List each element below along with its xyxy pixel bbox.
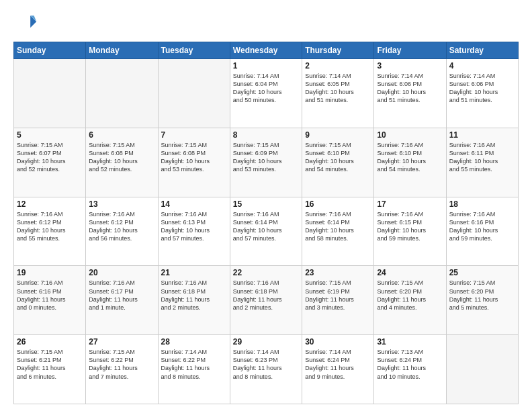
day-info: Sunrise: 7:16 AM Sunset: 6:16 PM Dayligh… [449, 210, 515, 243]
calendar-cell: 7Sunrise: 7:15 AM Sunset: 6:08 PM Daylig… [158, 128, 230, 197]
logo-icon [13, 11, 38, 35]
day-info: Sunrise: 7:15 AM Sunset: 6:07 PM Dayligh… [17, 141, 83, 174]
calendar-cell: 27Sunrise: 7:15 AM Sunset: 6:22 PM Dayli… [86, 335, 158, 404]
weekday-header: Sunday [14, 42, 86, 59]
calendar-cell: 10Sunrise: 7:16 AM Sunset: 6:10 PM Dayli… [374, 128, 446, 197]
day-number: 24 [377, 268, 443, 277]
day-number: 13 [89, 199, 154, 209]
calendar-week-row: 5Sunrise: 7:15 AM Sunset: 6:07 PM Daylig… [14, 128, 519, 197]
day-number: 28 [161, 337, 227, 347]
day-number: 16 [305, 199, 371, 209]
weekday-header: Tuesday [158, 42, 230, 59]
day-number: 21 [161, 268, 227, 277]
page-header [13, 11, 519, 35]
day-number: 31 [377, 337, 443, 347]
calendar-cell: 26Sunrise: 7:15 AM Sunset: 6:21 PM Dayli… [14, 335, 86, 404]
day-info: Sunrise: 7:14 AM Sunset: 6:06 PM Dayligh… [377, 72, 443, 105]
day-info: Sunrise: 7:16 AM Sunset: 6:12 PM Dayligh… [17, 210, 83, 243]
day-info: Sunrise: 7:14 AM Sunset: 6:05 PM Dayligh… [305, 72, 371, 105]
calendar-cell: 3Sunrise: 7:14 AM Sunset: 6:06 PM Daylig… [374, 59, 446, 128]
calendar-cell: 2Sunrise: 7:14 AM Sunset: 6:05 PM Daylig… [302, 59, 374, 128]
weekday-header: Saturday [446, 42, 518, 59]
day-info: Sunrise: 7:14 AM Sunset: 6:24 PM Dayligh… [305, 348, 371, 381]
calendar-cell: 25Sunrise: 7:15 AM Sunset: 6:20 PM Dayli… [446, 266, 518, 335]
calendar-cell: 6Sunrise: 7:15 AM Sunset: 6:08 PM Daylig… [86, 128, 158, 197]
day-number: 20 [89, 268, 154, 277]
calendar-cell: 13Sunrise: 7:16 AM Sunset: 6:12 PM Dayli… [86, 197, 158, 266]
calendar-cell: 15Sunrise: 7:16 AM Sunset: 6:14 PM Dayli… [230, 197, 302, 266]
day-number: 19 [17, 268, 83, 277]
calendar-cell: 9Sunrise: 7:15 AM Sunset: 6:10 PM Daylig… [302, 128, 374, 197]
day-number: 12 [17, 199, 83, 209]
calendar-cell [86, 59, 158, 128]
day-number: 4 [449, 61, 515, 71]
day-info: Sunrise: 7:16 AM Sunset: 6:16 PM Dayligh… [17, 279, 83, 312]
day-info: Sunrise: 7:15 AM Sunset: 6:19 PM Dayligh… [305, 279, 371, 312]
calendar-cell: 16Sunrise: 7:16 AM Sunset: 6:14 PM Dayli… [302, 197, 374, 266]
day-info: Sunrise: 7:16 AM Sunset: 6:13 PM Dayligh… [161, 210, 227, 243]
calendar-cell: 14Sunrise: 7:16 AM Sunset: 6:13 PM Dayli… [158, 197, 230, 266]
calendar-cell: 11Sunrise: 7:16 AM Sunset: 6:11 PM Dayli… [446, 128, 518, 197]
day-number: 22 [233, 268, 299, 277]
calendar-header-row: SundayMondayTuesdayWednesdayThursdayFrid… [14, 42, 519, 59]
day-number: 5 [17, 130, 83, 140]
calendar-cell [446, 335, 518, 404]
calendar-cell: 1Sunrise: 7:14 AM Sunset: 6:04 PM Daylig… [230, 59, 302, 128]
day-number: 6 [89, 130, 154, 140]
day-info: Sunrise: 7:14 AM Sunset: 6:22 PM Dayligh… [161, 348, 227, 381]
calendar-table: SundayMondayTuesdayWednesdayThursdayFrid… [13, 42, 519, 404]
weekday-header: Wednesday [230, 42, 302, 59]
day-number: 25 [449, 268, 515, 277]
calendar-cell: 19Sunrise: 7:16 AM Sunset: 6:16 PM Dayli… [14, 266, 86, 335]
day-number: 17 [377, 199, 443, 209]
calendar-week-row: 1Sunrise: 7:14 AM Sunset: 6:04 PM Daylig… [14, 59, 519, 128]
logo [13, 11, 42, 35]
day-number: 9 [305, 130, 371, 140]
day-number: 18 [449, 199, 515, 209]
day-info: Sunrise: 7:14 AM Sunset: 6:23 PM Dayligh… [233, 348, 299, 381]
day-info: Sunrise: 7:15 AM Sunset: 6:20 PM Dayligh… [449, 279, 515, 312]
day-info: Sunrise: 7:16 AM Sunset: 6:14 PM Dayligh… [305, 210, 371, 243]
day-info: Sunrise: 7:16 AM Sunset: 6:11 PM Dayligh… [449, 141, 515, 174]
weekday-header: Friday [374, 42, 446, 59]
calendar-week-row: 26Sunrise: 7:15 AM Sunset: 6:21 PM Dayli… [14, 335, 519, 404]
weekday-header: Thursday [302, 42, 374, 59]
day-info: Sunrise: 7:15 AM Sunset: 6:08 PM Dayligh… [161, 141, 227, 174]
day-info: Sunrise: 7:15 AM Sunset: 6:21 PM Dayligh… [17, 348, 83, 381]
calendar-cell: 18Sunrise: 7:16 AM Sunset: 6:16 PM Dayli… [446, 197, 518, 266]
day-info: Sunrise: 7:16 AM Sunset: 6:14 PM Dayligh… [233, 210, 299, 243]
day-info: Sunrise: 7:16 AM Sunset: 6:18 PM Dayligh… [233, 279, 299, 312]
day-info: Sunrise: 7:13 AM Sunset: 6:24 PM Dayligh… [377, 348, 443, 381]
day-info: Sunrise: 7:16 AM Sunset: 6:10 PM Dayligh… [377, 141, 443, 174]
calendar-cell: 4Sunrise: 7:14 AM Sunset: 6:06 PM Daylig… [446, 59, 518, 128]
calendar-cell [14, 59, 86, 128]
calendar-cell: 28Sunrise: 7:14 AM Sunset: 6:22 PM Dayli… [158, 335, 230, 404]
day-info: Sunrise: 7:16 AM Sunset: 6:18 PM Dayligh… [161, 279, 227, 312]
calendar-cell: 21Sunrise: 7:16 AM Sunset: 6:18 PM Dayli… [158, 266, 230, 335]
day-info: Sunrise: 7:14 AM Sunset: 6:06 PM Dayligh… [449, 72, 515, 105]
day-info: Sunrise: 7:15 AM Sunset: 6:22 PM Dayligh… [89, 348, 154, 381]
calendar-cell: 8Sunrise: 7:15 AM Sunset: 6:09 PM Daylig… [230, 128, 302, 197]
day-number: 14 [161, 199, 227, 209]
day-info: Sunrise: 7:15 AM Sunset: 6:10 PM Dayligh… [305, 141, 371, 174]
day-number: 30 [305, 337, 371, 347]
day-info: Sunrise: 7:15 AM Sunset: 6:08 PM Dayligh… [89, 141, 154, 174]
day-number: 3 [377, 61, 443, 71]
day-number: 15 [233, 199, 299, 209]
calendar-cell: 29Sunrise: 7:14 AM Sunset: 6:23 PM Dayli… [230, 335, 302, 404]
day-number: 23 [305, 268, 371, 277]
day-info: Sunrise: 7:16 AM Sunset: 6:17 PM Dayligh… [89, 279, 154, 312]
calendar-cell: 5Sunrise: 7:15 AM Sunset: 6:07 PM Daylig… [14, 128, 86, 197]
day-number: 8 [233, 130, 299, 140]
day-number: 1 [233, 61, 299, 71]
calendar-week-row: 19Sunrise: 7:16 AM Sunset: 6:16 PM Dayli… [14, 266, 519, 335]
day-number: 27 [89, 337, 154, 347]
day-number: 26 [17, 337, 83, 347]
day-info: Sunrise: 7:15 AM Sunset: 6:09 PM Dayligh… [233, 141, 299, 174]
day-number: 11 [449, 130, 515, 140]
day-info: Sunrise: 7:16 AM Sunset: 6:15 PM Dayligh… [377, 210, 443, 243]
calendar-cell: 20Sunrise: 7:16 AM Sunset: 6:17 PM Dayli… [86, 266, 158, 335]
calendar-cell: 22Sunrise: 7:16 AM Sunset: 6:18 PM Dayli… [230, 266, 302, 335]
calendar-cell: 12Sunrise: 7:16 AM Sunset: 6:12 PM Dayli… [14, 197, 86, 266]
calendar-cell: 17Sunrise: 7:16 AM Sunset: 6:15 PM Dayli… [374, 197, 446, 266]
